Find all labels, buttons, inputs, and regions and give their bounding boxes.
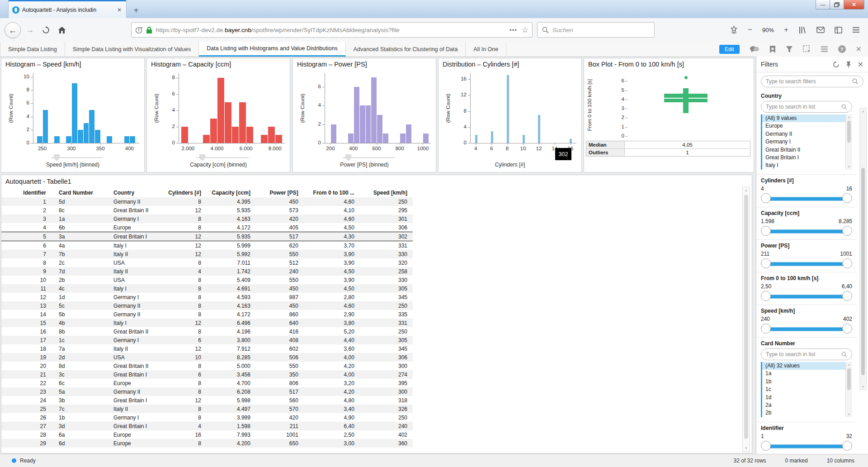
column-header[interactable]: Cylinders [#]: [161, 188, 207, 197]
home-button[interactable]: [55, 18, 69, 42]
list-item[interactable]: 1d: [762, 394, 852, 401]
histogram-bar[interactable]: [239, 102, 246, 143]
column-header[interactable]: Identifier: [1, 188, 52, 197]
window-close-button[interactable]: ✕: [844, 0, 864, 10]
table-row[interactable]: 145bGermany II84.1728602,90335: [1, 310, 413, 319]
list-search-input[interactable]: Type to search in list: [761, 101, 852, 113]
histogram-bar[interactable]: [210, 119, 217, 143]
range-slider-handle-left[interactable]: [761, 226, 771, 236]
range-slider-handle-right[interactable]: [842, 291, 852, 301]
table-row[interactable]: 296dEurope84.2006503,00360: [1, 439, 413, 448]
histogram-bar[interactable]: [95, 130, 100, 143]
histogram-bar[interactable]: [72, 83, 77, 143]
scroll-down-icon[interactable]: ▼: [743, 445, 750, 452]
box-lower-quartile[interactable]: [664, 99, 708, 102]
table-row[interactable]: 261bGermany I83.9994204,90250: [1, 413, 413, 422]
sf-tab-simple-data-listing-with-visualization-of-values[interactable]: Simple Data Listing with Visualization o…: [65, 42, 199, 57]
list-search-input[interactable]: Type to search in list: [761, 348, 852, 360]
bookmarks-icon[interactable]: [769, 46, 776, 53]
histogram-bar[interactable]: [78, 130, 83, 143]
table-row[interactable]: 192dUSA108.2855064,00306: [1, 353, 413, 362]
list-item[interactable]: Italy I: [762, 162, 852, 169]
table-row[interactable]: 64aItaly I125.9996203,70331: [1, 241, 413, 250]
zoom-level[interactable]: 90%: [762, 27, 774, 33]
close-toolbar-icon[interactable]: ✕: [856, 45, 862, 53]
range-slider-handle-left[interactable]: [761, 258, 771, 268]
range-slider-handle-left[interactable]: [761, 193, 771, 203]
histogram-bar[interactable]: [203, 135, 210, 143]
table-row[interactable]: 243bGreat Britain I125.9985604,80318: [1, 396, 413, 405]
table-row[interactable]: 121dGermany I84.5938872,80345: [1, 293, 413, 301]
table-row[interactable]: 77bItaly II125.9925503,90330: [1, 250, 413, 258]
listbox-scrollbar[interactable]: ▲▼: [845, 362, 852, 417]
box-upper-quartile[interactable]: [664, 94, 708, 98]
table-row[interactable]: 28cGreat Britain II125.9355734,10295: [1, 206, 413, 214]
histogram-bar[interactable]: [268, 127, 275, 143]
scroll-down-icon[interactable]: ▼: [860, 384, 866, 390]
range-slider-handle-left[interactable]: [761, 441, 771, 451]
range-slider[interactable]: [761, 291, 852, 301]
table-row[interactable]: 273dGreat Britain I41.5982116,40240: [1, 422, 413, 430]
scroll-up-icon[interactable]: ▲: [846, 114, 852, 120]
list-item[interactable]: (All) 9 values: [762, 114, 852, 122]
histogram-bar[interactable]: [54, 136, 60, 143]
histogram-bar[interactable]: [331, 124, 336, 143]
table-row[interactable]: 53aGreat Britain I125.9355174,30302: [1, 232, 413, 241]
table-row[interactable]: 102bUSA85.4095503,90330: [1, 276, 413, 284]
histogram-bar[interactable]: [423, 133, 429, 143]
range-slider[interactable]: [761, 441, 852, 451]
bin-slider-handle[interactable]: [345, 154, 351, 161]
range-slider-handle-right[interactable]: [842, 258, 852, 268]
range-slider[interactable]: [761, 193, 852, 203]
range-slider-handle-right[interactable]: [842, 193, 852, 203]
page-info-icon[interactable]: [135, 26, 143, 34]
histogram-bar[interactable]: [360, 105, 365, 143]
histogram-bar[interactable]: [37, 136, 42, 143]
bookmark-flag-icon[interactable]: [730, 26, 738, 34]
list-item[interactable]: Europe: [762, 122, 852, 130]
sf-tab-simple-data-listing[interactable]: Simple Data Listing: [0, 42, 65, 57]
range-slider-handle-right[interactable]: [842, 324, 852, 334]
histogram-bar[interactable]: [217, 78, 224, 143]
window-restore-button[interactable]: [830, 0, 844, 10]
range-slider-track[interactable]: [762, 327, 851, 331]
sidebar-toggle-icon[interactable]: [835, 27, 842, 33]
https-lock-icon[interactable]: [146, 26, 152, 34]
table-row[interactable]: 168bGreat Britain II84.1964165,20250: [1, 327, 413, 336]
histogram-bar[interactable]: [366, 105, 371, 143]
histogram-bar[interactable]: [261, 135, 268, 143]
scroll-up-icon[interactable]: ▲: [846, 362, 852, 367]
back-button[interactable]: ←: [5, 22, 21, 38]
reset-filters-icon[interactable]: [833, 61, 840, 68]
list-item[interactable]: Germany II: [762, 130, 852, 138]
table-row[interactable]: 235aGermany II86.2085174,20300: [1, 387, 413, 396]
range-slider-track[interactable]: [762, 295, 851, 299]
column-header[interactable]: Capacity [ccm]: [207, 188, 256, 197]
reload-button[interactable]: [39, 18, 52, 42]
range-slider-track[interactable]: [762, 444, 851, 448]
column-header[interactable]: From 0 to 100 ...: [304, 188, 360, 197]
table-row[interactable]: 286aEurope167.99310012,50402: [1, 430, 413, 439]
tab-close-icon[interactable]: ✕: [116, 7, 123, 13]
histogram-bar[interactable]: [130, 136, 135, 143]
range-slider-handle-right[interactable]: [842, 226, 852, 236]
scroll-down-icon[interactable]: ▼: [846, 412, 852, 417]
histogram-bar[interactable]: [225, 102, 231, 143]
list-item[interactable]: Germany I: [762, 138, 852, 146]
histogram-bar[interactable]: [523, 135, 525, 143]
histogram-bar[interactable]: [348, 133, 354, 143]
table-row[interactable]: 114cItaly I84.6914504,50305: [1, 284, 413, 293]
list-menu-icon[interactable]: [821, 46, 828, 52]
histogram-bar[interactable]: [491, 131, 493, 143]
range-slider-handle-left[interactable]: [761, 324, 771, 334]
histogram-bar[interactable]: [354, 87, 359, 143]
scroll-up-icon[interactable]: ▲: [860, 108, 866, 114]
table-row[interactable]: 226cEurope84.7008063,20395: [1, 379, 413, 387]
column-header[interactable]: Country: [110, 188, 161, 197]
table-row[interactable]: 213cGreat Britain I63.4563504,00274: [1, 370, 413, 379]
column-header[interactable]: Card Number: [52, 188, 110, 197]
histogram-bar[interactable]: [89, 110, 94, 143]
histogram-bar[interactable]: [43, 110, 48, 143]
column-header[interactable]: Speed [km/h]: [360, 188, 413, 197]
histogram-bar[interactable]: [383, 133, 388, 143]
